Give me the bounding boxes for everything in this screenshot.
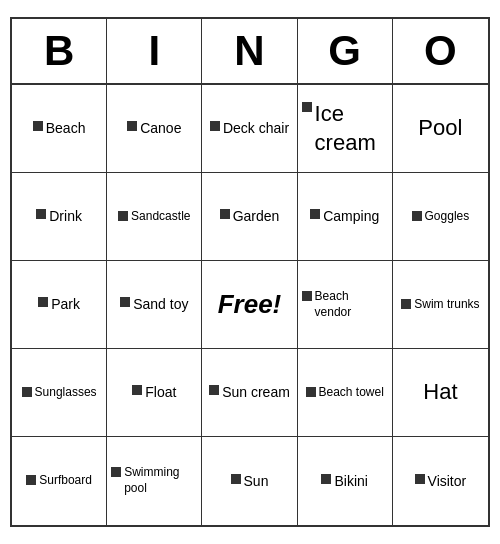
bingo-cell-7: Garden (202, 173, 297, 261)
cell-icon-9 (412, 211, 422, 221)
cell-text-20: Surfboard (39, 473, 92, 489)
cell-content-18: Beach towel (306, 385, 384, 401)
bingo-cell-17: Sun cream (202, 349, 297, 437)
cell-icon-3 (302, 102, 312, 112)
cell-content-16: Float (132, 383, 176, 401)
cell-text-3: Ice cream (315, 100, 388, 157)
bingo-cell-14: Swim trunks (393, 261, 488, 349)
cell-text-5: Drink (49, 207, 82, 225)
cell-text-10: Park (51, 295, 80, 313)
bingo-cell-12: Free! (202, 261, 297, 349)
cell-text-19: Hat (423, 378, 457, 407)
bingo-cell-23: Bikini (298, 437, 393, 525)
cell-content-17: Sun cream (209, 383, 290, 401)
cell-text-17: Sun cream (222, 383, 290, 401)
cell-text-8: Camping (323, 207, 379, 225)
cell-content-15: Sunglasses (22, 385, 97, 401)
bingo-cell-9: Goggles (393, 173, 488, 261)
cell-content-0: Beach (33, 119, 86, 137)
bingo-card: BINGO BeachCanoeDeck chairIce creamPoolD… (10, 17, 490, 527)
cell-text-1: Canoe (140, 119, 181, 137)
cell-icon-13 (302, 291, 312, 301)
cell-text-13: Beach vendor (315, 289, 388, 320)
cell-icon-20 (26, 475, 36, 485)
cell-text-22: Sun (244, 472, 269, 490)
cell-content-6: Sandcastle (118, 209, 190, 225)
cell-text-21: Swimming pool (124, 465, 197, 496)
bingo-letter-b: B (12, 19, 107, 83)
bingo-cell-18: Beach towel (298, 349, 393, 437)
cell-text-0: Beach (46, 119, 86, 137)
cell-content-1: Canoe (127, 119, 181, 137)
bingo-cell-22: Sun (202, 437, 297, 525)
bingo-cell-3: Ice cream (298, 85, 393, 173)
cell-text-9: Goggles (425, 209, 470, 225)
cell-icon-7 (220, 209, 230, 219)
cell-icon-17 (209, 385, 219, 395)
cell-text-2: Deck chair (223, 119, 289, 137)
cell-icon-8 (310, 209, 320, 219)
cell-content-7: Garden (220, 207, 280, 225)
cell-icon-6 (118, 211, 128, 221)
cell-icon-5 (36, 209, 46, 219)
bingo-cell-0: Beach (12, 85, 107, 173)
cell-icon-10 (38, 297, 48, 307)
cell-icon-0 (33, 121, 43, 131)
free-space: Free! (218, 289, 282, 320)
cell-text-4: Pool (418, 114, 462, 143)
bingo-cell-20: Surfboard (12, 437, 107, 525)
cell-text-7: Garden (233, 207, 280, 225)
cell-content-20: Surfboard (26, 473, 92, 489)
cell-icon-18 (306, 387, 316, 397)
cell-text-18: Beach towel (319, 385, 384, 401)
bingo-letter-n: N (202, 19, 297, 83)
bingo-cell-11: Sand toy (107, 261, 202, 349)
cell-icon-2 (210, 121, 220, 131)
cell-content-14: Swim trunks (401, 297, 479, 313)
cell-content-11: Sand toy (120, 295, 188, 313)
bingo-cell-24: Visitor (393, 437, 488, 525)
cell-content-21: Swimming pool (111, 465, 197, 496)
bingo-cell-4: Pool (393, 85, 488, 173)
bingo-header: BINGO (12, 19, 488, 85)
bingo-cell-15: Sunglasses (12, 349, 107, 437)
cell-icon-15 (22, 387, 32, 397)
cell-icon-21 (111, 467, 121, 477)
cell-content-19: Hat (423, 378, 457, 407)
bingo-cell-16: Float (107, 349, 202, 437)
cell-content-13: Beach vendor (302, 289, 388, 320)
cell-text-11: Sand toy (133, 295, 188, 313)
cell-text-6: Sandcastle (131, 209, 190, 225)
bingo-cell-13: Beach vendor (298, 261, 393, 349)
bingo-cell-5: Drink (12, 173, 107, 261)
cell-icon-14 (401, 299, 411, 309)
cell-content-5: Drink (36, 207, 82, 225)
cell-icon-16 (132, 385, 142, 395)
cell-content-3: Ice cream (302, 100, 388, 157)
bingo-cell-1: Canoe (107, 85, 202, 173)
cell-content-22: Sun (231, 472, 269, 490)
bingo-grid: BeachCanoeDeck chairIce creamPoolDrinkSa… (12, 85, 488, 525)
cell-content-8: Camping (310, 207, 379, 225)
cell-icon-23 (321, 474, 331, 484)
cell-icon-24 (415, 474, 425, 484)
bingo-cell-6: Sandcastle (107, 173, 202, 261)
cell-content-24: Visitor (415, 472, 467, 490)
bingo-letter-g: G (298, 19, 393, 83)
bingo-cell-2: Deck chair (202, 85, 297, 173)
cell-text-23: Bikini (334, 472, 367, 490)
cell-icon-22 (231, 474, 241, 484)
cell-icon-11 (120, 297, 130, 307)
cell-content-9: Goggles (412, 209, 470, 225)
bingo-cell-19: Hat (393, 349, 488, 437)
cell-content-2: Deck chair (210, 119, 289, 137)
cell-content-10: Park (38, 295, 80, 313)
cell-text-16: Float (145, 383, 176, 401)
cell-text-15: Sunglasses (35, 385, 97, 401)
bingo-cell-21: Swimming pool (107, 437, 202, 525)
bingo-cell-10: Park (12, 261, 107, 349)
cell-text-14: Swim trunks (414, 297, 479, 313)
bingo-letter-o: O (393, 19, 488, 83)
bingo-cell-8: Camping (298, 173, 393, 261)
cell-text-24: Visitor (428, 472, 467, 490)
